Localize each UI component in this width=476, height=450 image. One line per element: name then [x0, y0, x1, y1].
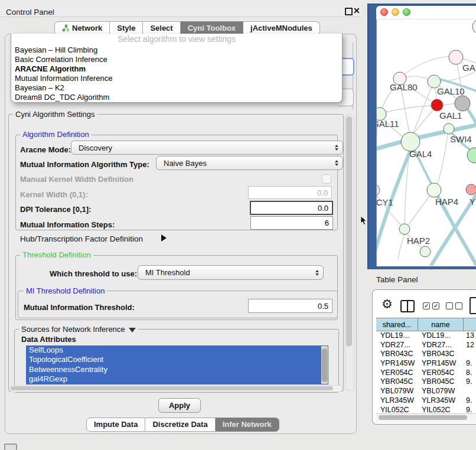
- settings-hscrollbar-thumb[interactable]: [11, 386, 333, 390]
- network-edge[interactable]: [443, 103, 455, 105]
- tab-label: Cyni Toolbox: [188, 24, 236, 32]
- network-edge[interactable]: [398, 234, 405, 260]
- unchecked-boxes-icon[interactable]: [446, 302, 465, 313]
- mi-steps-field[interactable]: [250, 216, 333, 230]
- hub-definition-label: Hub/Transcription Factor Definition: [20, 234, 143, 243]
- network-node-swi4[interactable]: [444, 123, 454, 134]
- panel-title: Control Panel: [6, 8, 54, 17]
- minimize-traffic-light-icon[interactable]: [392, 8, 399, 16]
- network-edge[interactable]: [377, 120, 379, 184]
- network-node-hap4[interactable]: [427, 183, 441, 197]
- table-row[interactable]: YLR345WYLR345W9.: [376, 396, 476, 406]
- close-traffic-light-icon[interactable]: [380, 8, 388, 16]
- screenshot-root: Control Panel NetworkStyleSelectCyni Too…: [0, 0, 476, 450]
- table-cell: 8.: [464, 369, 476, 378]
- kernel-width-label: Kernel Width (0,1):: [20, 190, 88, 199]
- algorithm-option[interactable]: Basic Correlation Inference: [11, 55, 342, 64]
- algorithm-option[interactable]: Mutual Information Inference: [11, 74, 342, 83]
- aracne-mode-combobox[interactable]: Discovery: [71, 141, 343, 155]
- gear-icon[interactable]: ⚙: [382, 298, 393, 311]
- network-node-label: GAL: [462, 63, 476, 73]
- dpi-tolerance-field[interactable]: [250, 201, 333, 215]
- table-cell: YLR345W: [376, 396, 418, 406]
- network-window-titlebar[interactable]: [376, 6, 476, 19]
- data-attribute-item[interactable]: TopologicalCoefficient: [26, 355, 328, 364]
- algorithm-option[interactable]: Bayesian – Hill Climbing: [11, 45, 342, 55]
- network-node-gal[interactable]: [449, 50, 463, 64]
- network-node-y[interactable]: [466, 184, 476, 195]
- hub-expand-icon[interactable]: [161, 234, 167, 242]
- table-row[interactable]: YDL19...YDL19...13: [376, 331, 476, 341]
- table-cell: YPR145W: [418, 359, 464, 369]
- split-table-icon[interactable]: [400, 300, 415, 312]
- table-row[interactable]: YBR043CYBR043C: [376, 350, 476, 359]
- minimized-panel-icon[interactable]: [4, 444, 17, 450]
- network-node[interactable]: [472, 19, 476, 34]
- settings-scrollbar-thumb[interactable]: [346, 116, 352, 347]
- algorithm-option[interactable]: Dream8 DC_TDC Algorithm: [11, 93, 342, 102]
- tab-impute-data[interactable]: Impute Data: [86, 418, 145, 432]
- column-header[interactable]: shared...: [376, 318, 418, 331]
- close-icon[interactable]: [353, 6, 360, 15]
- table-row[interactable]: YER054CYER054C8.: [376, 369, 476, 378]
- table-cell: YBR043C: [376, 350, 418, 359]
- network-edge[interactable]: [413, 110, 433, 134]
- data-attribute-item[interactable]: BetweennessCentrality: [26, 365, 328, 374]
- table-cell: 9.: [464, 406, 476, 414]
- tab-infer-network[interactable]: Infer Network: [216, 418, 279, 432]
- kernel-width-field[interactable]: [248, 186, 332, 199]
- data-attribute-item[interactable]: gal4RGexp: [26, 374, 328, 384]
- tab-discretize-data[interactable]: Discretize Data: [145, 418, 215, 432]
- mi-threshold-field[interactable]: [248, 299, 332, 313]
- network-node-gcy1[interactable]: [377, 184, 380, 196]
- network-edge-highlighted[interactable]: [467, 107, 476, 125]
- table-cell: 9.: [464, 396, 476, 406]
- network-edge[interactable]: [400, 57, 454, 79]
- float-window-icon[interactable]: [345, 8, 353, 15]
- dpi-tolerance-label: DPI Tolerance [0,1]:: [20, 205, 91, 214]
- algorithm-option[interactable]: ARACNE Algorithm: [11, 64, 342, 74]
- network-node[interactable]: [455, 96, 470, 111]
- table-row[interactable]: YBL079WYBL079W: [376, 387, 476, 396]
- column-header[interactable]: name: [418, 318, 464, 331]
- table-row[interactable]: YPR145WYPR145W9.: [376, 359, 476, 369]
- network-node-label: GAL4: [409, 149, 432, 159]
- network-node-label: GAL1: [439, 110, 462, 120]
- network-edge[interactable]: [435, 88, 436, 99]
- tab-label: Select: [150, 24, 172, 32]
- network-node-label: GCY1: [377, 197, 393, 207]
- document-icon[interactable]: [470, 297, 476, 314]
- table-cell: YBL079W: [376, 387, 418, 396]
- checked-boxes-icon[interactable]: [423, 302, 442, 313]
- network-canvas[interactable]: GALGAL80GAL10GAL1GAL11SWI4GAL4GCY1HAP4YH…: [377, 19, 476, 266]
- collapse-icon[interactable]: [129, 328, 136, 332]
- network-node-gal1[interactable]: [431, 99, 443, 111]
- apply-button[interactable]: Apply: [158, 398, 201, 413]
- network-node-hap2[interactable]: [399, 224, 410, 234]
- table-row[interactable]: YBR045CYBR045C9.: [376, 377, 476, 387]
- table-cell: YIL052C: [376, 406, 418, 414]
- table-hscrollbar-thumb[interactable]: [379, 415, 467, 420]
- table-cell: YDR27...: [376, 341, 418, 350]
- attribute-list-scrollbar-thumb[interactable]: [322, 348, 327, 382]
- network-edge[interactable]: [406, 76, 429, 80]
- network-edge[interactable]: [386, 106, 431, 112]
- network-edge[interactable]: [438, 134, 448, 184]
- network-edge[interactable]: [409, 196, 429, 225]
- node-table: shared...nameA YDL19...YDL19...13YDR27..…: [376, 318, 476, 413]
- algorithm-option[interactable]: Bayesian – K2: [11, 83, 342, 93]
- mi-algorithm-type-combobox[interactable]: Naive Bayes: [156, 156, 343, 170]
- data-attribute-item[interactable]: SelfLoops: [26, 345, 328, 355]
- table-cell: YBR045C: [376, 377, 418, 387]
- network-node[interactable]: [420, 246, 431, 257]
- which-threshold-combobox[interactable]: MI Threshold: [138, 265, 324, 280]
- network-edge[interactable]: [400, 85, 410, 135]
- network-edge[interactable]: [413, 87, 432, 133]
- table-row[interactable]: YDR27...YDR27...12: [376, 341, 476, 350]
- table-cell: YIL052C: [418, 406, 464, 414]
- manual-kernel-width-checkbox[interactable]: [322, 174, 331, 184]
- network-node-label: HAP4: [435, 197, 458, 207]
- zoom-traffic-light-icon[interactable]: [403, 8, 410, 16]
- table-row[interactable]: YIL052CYIL052C9.: [376, 406, 476, 414]
- column-header[interactable]: A: [464, 318, 476, 331]
